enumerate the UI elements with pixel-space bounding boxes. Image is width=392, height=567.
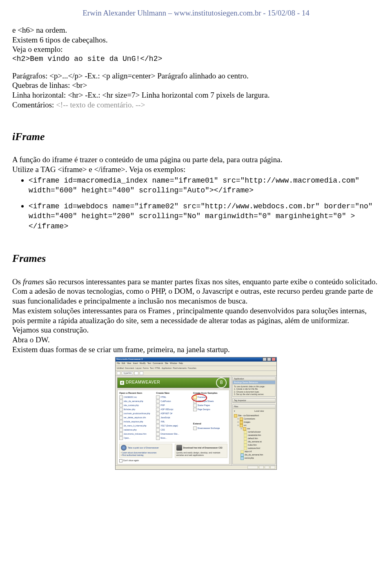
frames-p1c: são recursos interessantes para se mante… <box>44 277 378 286</box>
br-hd[interactable]: Download free trial of Dreamweaver CS3 <box>183 446 223 449</box>
iframe-code-1: <iframe id=macromedia_index name="iframe… <box>29 176 359 195</box>
dw-statusbar <box>116 465 276 469</box>
toolbar-field[interactable]: hyperlink <box>122 371 133 375</box>
frames-p1b: frames <box>23 277 44 286</box>
sample-item[interactable]: Page Designs <box>193 408 227 411</box>
recent-item[interactable]: dir_menu_b_internet.php <box>119 424 154 428</box>
toolbar-tab[interactable]: Application <box>162 367 172 369</box>
create-item[interactable]: CSS <box>156 428 190 432</box>
dw-start-card: Open a Recent Item CADEESC.inc sitio_da_… <box>117 390 229 464</box>
close-button[interactable] <box>272 357 276 361</box>
folder-open-icon <box>119 436 123 440</box>
status-seg <box>265 466 270 469</box>
intro-line-7: Comentários: <!-- texto de comentário. -… <box>12 100 380 110</box>
create-item[interactable]: HTML <box>156 395 190 399</box>
more-link[interactable]: More... <box>156 436 190 440</box>
checkbox-icon[interactable] <box>119 459 122 462</box>
panel-hd-tag-inspector[interactable]: Tag Inspector <box>233 399 275 402</box>
recent-item[interactable]: site_contato.php <box>119 404 154 407</box>
panel-bd-application: To use dynamic data on this page: 1. Cre… <box>233 384 275 396</box>
dreamweaver-logo-icon: d <box>120 381 124 385</box>
recent-item[interactable]: cadastros.php <box>119 428 154 432</box>
toolbar-tab[interactable]: Forms <box>143 367 149 369</box>
menu-item[interactable]: Modify <box>140 362 146 364</box>
create-item[interactable]: PHP <box>156 404 190 407</box>
create-item[interactable]: ColdFusion <box>156 400 190 403</box>
col-open-recent: Open a Recent Item CADEESC.inc sitio_da_… <box>119 392 154 441</box>
panel-hd-files[interactable]: Files <box>233 405 275 409</box>
col-hd-create-new: Create New <box>156 392 190 395</box>
recent-item[interactable]: sitio_da_semana.php <box>119 400 154 403</box>
recent-item[interactable]: ver_delete_arquivos.cfm <box>119 416 154 420</box>
dw-main-area: d DREAMWEAVER 8 Open a Recent Item CADEE… <box>116 376 231 465</box>
menu-item[interactable]: Site <box>165 362 168 364</box>
toolbar-tab[interactable]: HTML <box>155 367 160 369</box>
iframe-p2: Utilize a TAG <iframe> e </iframe>. Veja… <box>12 165 380 174</box>
create-item[interactable]: XML <box>156 420 190 424</box>
view-select[interactable]: Local view <box>254 410 274 413</box>
maximize-button[interactable] <box>267 357 271 361</box>
create-item[interactable]: JavaScript <box>156 416 190 420</box>
menu-item[interactable]: Window <box>170 362 177 364</box>
toolbar-tab[interactable]: Untitled <box>117 367 124 369</box>
create-item[interactable]: Dreamweaver Site... <box>156 432 190 436</box>
dw-brand-text: DREAMWEAVER <box>126 380 160 385</box>
menu-item[interactable]: Commands <box>153 362 163 364</box>
intro-line-6: Linha horizontal: <hr> -Ex.: <hr size=7>… <box>12 90 380 100</box>
frames-p4: Vejamos sua construção. <box>12 325 380 335</box>
intro-line-7b: <!-- texto de comentário. --> <box>56 100 145 109</box>
menu-item[interactable]: View <box>127 362 131 364</box>
col-hd-open-recent: Open a Recent Item <box>119 392 154 395</box>
menu-item[interactable]: Help <box>179 362 183 364</box>
create-item[interactable]: ASP VBScript <box>156 408 190 411</box>
status-seg <box>259 466 264 469</box>
recent-item[interactable]: documento_inclusao.htm <box>119 432 154 436</box>
create-item[interactable]: ASP.NET C# <box>156 412 190 415</box>
toolbar-tab[interactable]: Document <box>125 367 134 369</box>
menu-item[interactable]: Text <box>147 362 151 364</box>
dreamweaver-window: Macromedia Dreamweaver 8 File Edit View … <box>115 357 277 470</box>
recent-item[interactable]: include_arquivos.php <box>119 420 154 424</box>
col-create-samples: Create from Samples Framesets CSS Style … <box>193 392 227 441</box>
dw-version-badge: 8 <box>216 377 227 388</box>
toolbar-tab[interactable]: Layout <box>136 367 142 369</box>
iframe-p1: A função do iframe é trazer o conteúdo d… <box>12 155 380 165</box>
toolbar-tab[interactable]: Flash elements <box>173 367 187 369</box>
toolbar-tab[interactable]: Text <box>150 367 154 369</box>
toolbar-field[interactable] <box>140 371 143 375</box>
status-seg <box>270 466 275 469</box>
panel-hd-application[interactable]: Application <box>233 377 275 381</box>
bl-hd[interactable]: Take a quick tour of Dreamweaver <box>128 446 159 449</box>
dw-banner: d DREAMWEAVER 8 <box>117 377 229 388</box>
intro-line-5: Quebras de linhas: <br> <box>12 80 380 90</box>
menu-item[interactable]: Insert <box>133 362 138 364</box>
recent-item[interactable]: css/main_produtos/show.php <box>119 412 154 415</box>
iframe-code-2: <iframe id=webdocs name="iframe02" src="… <box>29 202 373 230</box>
dw-right-panels: Application Bindings Server Behaviors To… <box>231 376 276 465</box>
create-item[interactable]: XSLT (Entire page) <box>156 424 190 428</box>
toolbar-field[interactable] <box>117 371 120 375</box>
frames-p2: Com a adesão de novas tecnologias, como … <box>12 286 380 306</box>
minimize-button[interactable] <box>263 357 267 361</box>
intro-line-3: Veja o exemplo: <box>12 45 380 54</box>
page-header: Erwin Alexander Uhlmann – www.institutos… <box>12 8 380 18</box>
sample-item[interactable]: Starter Pages <box>193 404 227 407</box>
toolbar-field[interactable] <box>134 371 138 375</box>
toolbar-tab[interactable]: Favorites <box>188 367 196 369</box>
open-link[interactable]: Open... <box>119 436 154 440</box>
frames-p6: Existem duas formas de se criar um frame… <box>12 345 380 355</box>
file-tree[interactable]: Site - ca-Submeta/html ⊟Connections ⊟ima… <box>233 413 275 460</box>
intro-code-1: <h2>Bem vindo ao site da UnG!</h2> <box>12 54 380 64</box>
dont-show-again[interactable]: Don't show again <box>119 459 227 462</box>
site-select[interactable]: ▾ <box>234 410 254 413</box>
globe-icon <box>121 445 127 451</box>
bl-bullet[interactable]: Find authorized training <box>121 454 171 456</box>
menu-item[interactable]: Edit <box>122 362 125 364</box>
dw-toolbar-2: hyperlink <box>116 371 276 376</box>
panel-tab-bindings[interactable]: Bindings Server Behaviors <box>233 381 275 384</box>
recent-item[interactable]: lib/index.php <box>119 408 154 411</box>
recent-item[interactable]: CADEESC.inc <box>119 395 154 399</box>
frames-p5: Abra o DW. <box>12 335 380 345</box>
menu-item[interactable]: File <box>117 362 120 364</box>
exchange-link[interactable]: Dreamweaver Exchange <box>193 426 227 430</box>
